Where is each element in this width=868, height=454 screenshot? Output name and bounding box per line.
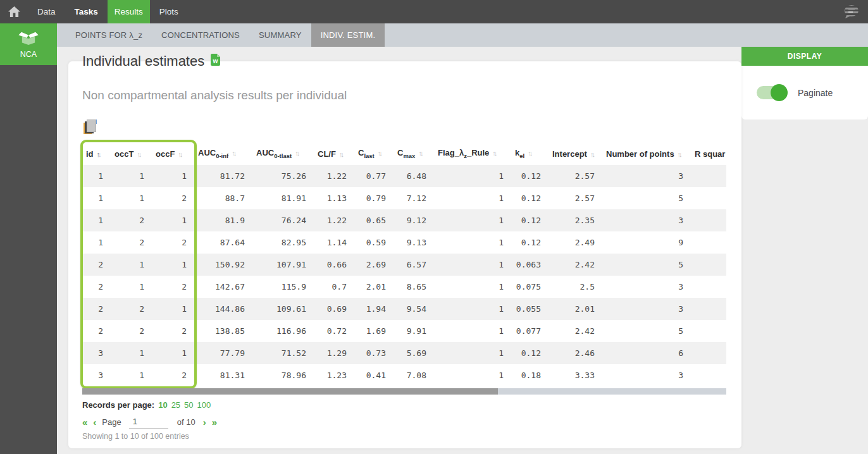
menu-icon[interactable] xyxy=(845,6,859,17)
table-cell: 6 xyxy=(602,342,691,364)
table-cell: 2.49 xyxy=(549,231,602,254)
records-option-100[interactable]: 100 xyxy=(197,400,211,410)
column-header-auc0-inf[interactable]: AUC0-inf↑↓ xyxy=(194,142,252,165)
next-page-button[interactable]: › xyxy=(203,417,206,427)
table-cell: 71.52 xyxy=(252,342,314,364)
table-cell: 1 xyxy=(434,231,511,254)
table-cell: 3.33 xyxy=(549,364,602,386)
nav-item-tasks[interactable]: Tasks xyxy=(65,0,108,23)
table-cell: 2 xyxy=(111,320,152,342)
results-table: id↑↓occT↑↓occF↑↓AUC0-inf↑↓AUC0-tlast↑↓CL… xyxy=(82,142,726,386)
table-cell: 1 xyxy=(434,187,511,209)
table-cell xyxy=(691,276,726,298)
copy-table-icon[interactable] xyxy=(84,120,99,135)
table-cell: 81.9 xyxy=(194,209,252,231)
sort-icon: ↑↓ xyxy=(232,149,235,157)
sort-icon: ↑↓ xyxy=(678,150,681,158)
table-cell: 75.26 xyxy=(252,165,314,187)
tab-summary[interactable]: SUMMARY xyxy=(249,23,311,47)
column-header-occf[interactable]: occF↑↓ xyxy=(152,142,194,165)
column-header-occt[interactable]: occT↑↓ xyxy=(111,142,152,165)
nav-item-results[interactable]: Results xyxy=(108,0,150,23)
last-page-button[interactable]: » xyxy=(212,417,217,427)
column-header-clast[interactable]: Clast↑↓ xyxy=(354,142,394,165)
table-cell: 0.12 xyxy=(511,231,549,254)
tab-points-for-z[interactable]: POINTS FOR λ_z xyxy=(66,23,152,47)
column-header-id[interactable]: id↑↓ xyxy=(82,142,111,165)
table-cell: 2 xyxy=(82,276,111,298)
table-cell: 1.94 xyxy=(354,298,394,320)
table-cell: 2.69 xyxy=(354,254,394,276)
sort-icon: ↑↓ xyxy=(295,149,298,157)
top-navbar: DataTasksResultsPlots xyxy=(0,0,868,23)
paginate-toggle[interactable] xyxy=(757,86,786,99)
first-page-button[interactable]: « xyxy=(82,417,87,427)
page-number-input[interactable] xyxy=(129,415,168,429)
table-cell: 81.91 xyxy=(252,187,314,209)
table-row: 31281.3178.961.230.417.0810.183.333 xyxy=(82,364,726,386)
table-cell: 1 xyxy=(82,209,111,231)
table-cell: 1 xyxy=(82,187,111,209)
home-icon[interactable] xyxy=(0,0,28,23)
table-cell: 9.54 xyxy=(394,298,434,320)
records-option-50[interactable]: 50 xyxy=(184,400,193,410)
table-cell: 1 xyxy=(152,165,194,187)
table-cell: 1 xyxy=(434,209,511,231)
table-cell: 9 xyxy=(602,231,691,254)
column-header-flag-z-rule[interactable]: Flag_λz_Rule↑↓ xyxy=(434,142,511,165)
table-cell: 115.9 xyxy=(252,276,314,298)
toggle-knob xyxy=(771,84,788,101)
table-cell: 142.67 xyxy=(194,276,252,298)
prev-page-button[interactable]: ‹ xyxy=(93,417,96,427)
table-row: 12181.976.241.220.659.1210.122.353 xyxy=(82,209,726,231)
table-cell: 1 xyxy=(434,165,511,187)
table-cell xyxy=(691,342,726,364)
table-cell: 1 xyxy=(111,342,152,364)
column-header-cmax[interactable]: Cmax↑↓ xyxy=(394,142,434,165)
scrollbar-thumb[interactable] xyxy=(82,388,498,395)
table-cell xyxy=(691,364,726,386)
open-box-icon xyxy=(18,30,39,48)
table-cell: 0.72 xyxy=(314,320,354,342)
tab-indiv-estim[interactable]: INDIV. ESTIM. xyxy=(311,23,385,47)
nav-item-plots[interactable]: Plots xyxy=(150,0,188,23)
column-header-kel[interactable]: kel↑↓ xyxy=(511,142,549,165)
table-cell: 0.18 xyxy=(511,364,549,386)
records-option-25[interactable]: 25 xyxy=(171,400,180,410)
word-export-icon[interactable]: w xyxy=(211,53,220,70)
sort-icon: ↑↓ xyxy=(492,149,495,157)
table-cell: 77.79 xyxy=(194,342,252,364)
table-row: 11181.7275.261.220.776.4810.122.573 xyxy=(82,165,726,187)
table-cell: 0.7 xyxy=(314,276,354,298)
table-cell: 0.69 xyxy=(314,298,354,320)
table-cell: 1 xyxy=(111,165,152,187)
records-option-10[interactable]: 10 xyxy=(158,400,167,410)
tab-concentrations[interactable]: CONCENTRATIONS xyxy=(152,23,249,47)
pager: « ‹ Page of 10 › » xyxy=(82,414,223,430)
page-count-label: of 10 xyxy=(177,417,195,427)
table-cell: 1 xyxy=(152,342,194,364)
column-header-auc0-tlast[interactable]: AUC0-tlast↑↓ xyxy=(252,142,314,165)
sort-icon: ↑↓ xyxy=(137,150,140,158)
table-cell: 0.65 xyxy=(354,209,394,231)
horizontal-scrollbar[interactable] xyxy=(82,388,726,395)
table-cell: 78.96 xyxy=(252,364,314,386)
table-cell: 1.29 xyxy=(314,342,354,364)
table-row: 211150.92107.910.662.696.5710.0632.425 xyxy=(82,254,726,276)
paginate-toggle-label: Paginate xyxy=(798,88,833,98)
table-cell: 8.65 xyxy=(394,276,434,298)
table-cell: 2.46 xyxy=(549,342,602,364)
table-cell: 9.91 xyxy=(394,320,434,342)
sidebar-item-nca[interactable]: NCA xyxy=(0,23,57,65)
table-cell: 0.075 xyxy=(511,276,549,298)
table-row: 11288.781.911.130.797.1210.122.575 xyxy=(82,187,726,209)
nav-item-data[interactable]: Data xyxy=(28,0,65,23)
table-cell: 6.48 xyxy=(394,165,434,187)
column-header-r-squar[interactable]: R squar xyxy=(691,142,726,165)
table-cell xyxy=(691,209,726,231)
column-header-intercept[interactable]: Intercept↑↓ xyxy=(549,142,602,165)
table-cell: 1.14 xyxy=(314,231,354,254)
column-header-number-of-points[interactable]: Number of points↑↓ xyxy=(602,142,691,165)
table-cell: 7.08 xyxy=(394,364,434,386)
column-header-cl-f[interactable]: CL/F↑↓ xyxy=(314,142,354,165)
